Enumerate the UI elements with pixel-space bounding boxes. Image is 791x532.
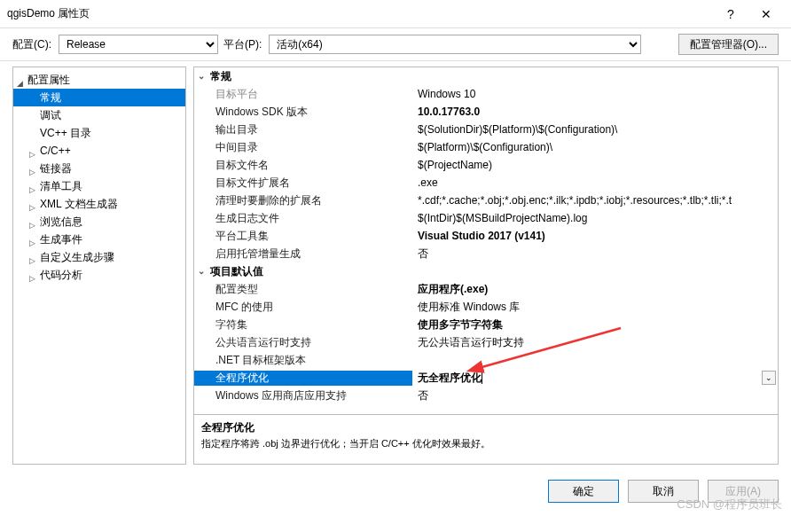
tree-item[interactable]: ▷C/C++ bbox=[13, 142, 185, 160]
property-key: 输出目录 bbox=[194, 122, 412, 137]
property-row[interactable]: Windows 应用商店应用支持否 bbox=[194, 387, 778, 404]
tree-item-label: C/C++ bbox=[40, 145, 71, 157]
help-button[interactable]: ? bbox=[713, 2, 748, 27]
apply-button[interactable]: 应用(A) bbox=[708, 480, 779, 503]
chevron-right-icon[interactable]: ▷ bbox=[29, 145, 38, 154]
chevron-down-icon[interactable]: ⌄ bbox=[198, 67, 210, 85]
property-value[interactable]: 否 bbox=[412, 388, 778, 403]
tree-item-label: 清单工具 bbox=[40, 180, 82, 192]
property-row[interactable]: 启用托管增量生成否 bbox=[194, 245, 778, 262]
property-row[interactable]: MFC 的使用使用标准 Windows 库 bbox=[194, 298, 778, 316]
config-label: 配置(C): bbox=[12, 37, 51, 52]
property-value[interactable]: $(SolutionDir)$(Platform)\$(Configuratio… bbox=[412, 123, 778, 136]
platform-label: 平台(P): bbox=[223, 37, 262, 52]
property-row[interactable]: 配置类型应用程序(.exe) bbox=[194, 280, 778, 298]
property-value[interactable]: 应用程序(.exe) bbox=[412, 282, 778, 297]
chevron-right-icon[interactable]: ▷ bbox=[29, 216, 38, 225]
chevron-right-icon[interactable]: ▷ bbox=[29, 270, 38, 278]
tree-item[interactable]: VC++ 目录 bbox=[13, 124, 185, 142]
property-key: 全程序优化 bbox=[194, 371, 412, 386]
tree-item-label: 浏览信息 bbox=[40, 215, 82, 228]
tree-item[interactable]: ▷清单工具 bbox=[13, 177, 185, 195]
property-key: Windows SDK 版本 bbox=[194, 105, 412, 120]
property-row[interactable]: 目标文件扩展名.exe bbox=[194, 174, 778, 192]
tree-item[interactable]: ▷生成事件 bbox=[13, 231, 185, 248]
property-row[interactable]: 清理时要删除的扩展名*.cdf;*.cache;*.obj;*.obj.enc;… bbox=[194, 192, 778, 209]
property-value[interactable]: $(IntDir)$(MSBuildProjectName).log bbox=[412, 212, 778, 224]
property-row[interactable]: 生成日志文件$(IntDir)$(MSBuildProjectName).log bbox=[194, 209, 778, 227]
close-button[interactable]: ✕ bbox=[748, 2, 784, 27]
chevron-down-icon[interactable]: ◢ bbox=[17, 74, 26, 83]
property-row[interactable]: 中间目录$(Platform)\$(Configuration)\ bbox=[194, 138, 778, 156]
property-key: 公共语言运行时支持 bbox=[194, 335, 412, 350]
property-row[interactable]: 字符集使用多字节字符集 bbox=[194, 316, 778, 333]
chevron-right-icon[interactable]: ▷ bbox=[29, 234, 38, 243]
property-row[interactable]: .NET 目标框架版本 bbox=[194, 351, 778, 369]
property-key: 字符集 bbox=[194, 317, 412, 332]
property-value[interactable]: *.cdf;*.cache;*.obj;*.obj.enc;*.ilk;*.ip… bbox=[412, 194, 778, 207]
window-title: qgisDemo 属性页 bbox=[7, 6, 713, 21]
tree-item-label: XML 文档生成器 bbox=[40, 198, 118, 210]
tree-root[interactable]: ◢ 配置属性 bbox=[13, 71, 185, 89]
tree-item[interactable]: 常规 bbox=[13, 89, 185, 106]
property-row[interactable]: 输出目录$(SolutionDir)$(Platform)\$(Configur… bbox=[194, 121, 778, 138]
property-value[interactable]: Visual Studio 2017 (v141) bbox=[412, 230, 778, 242]
property-row[interactable]: 全程序优化无全程序优化⌄ bbox=[194, 369, 778, 387]
property-value[interactable]: .exe bbox=[412, 176, 778, 189]
help-title: 全程序优化 bbox=[201, 420, 771, 435]
tree-item[interactable]: ▷XML 文档生成器 bbox=[13, 195, 185, 213]
tree-item[interactable]: ▷代码分析 bbox=[13, 266, 185, 284]
help-description: 指定程序将跨 .obj 边界进行优化；当开启 C/C++ 优化时效果最好。 bbox=[201, 437, 771, 450]
group-label: 项目默认值 bbox=[210, 262, 263, 280]
property-key: 启用托管增量生成 bbox=[194, 246, 412, 262]
property-group-header[interactable]: ⌄常规 bbox=[194, 67, 778, 85]
property-value[interactable]: 使用标准 Windows 库 bbox=[412, 300, 778, 315]
property-row[interactable]: 目标文件名$(ProjectName) bbox=[194, 156, 778, 174]
chevron-right-icon[interactable]: ▷ bbox=[29, 181, 38, 190]
property-value[interactable]: $(Platform)\$(Configuration)\ bbox=[412, 141, 778, 153]
property-value[interactable]: 无全程序优化 bbox=[412, 371, 778, 386]
property-key: 中间目录 bbox=[194, 140, 412, 155]
property-group-header[interactable]: ⌄项目默认值 bbox=[194, 262, 778, 280]
chevron-down-icon[interactable]: ⌄ bbox=[198, 262, 210, 280]
property-row[interactable]: 公共语言运行时支持无公共语言运行时支持 bbox=[194, 333, 778, 351]
platform-select[interactable]: 活动(x64) bbox=[269, 35, 641, 54]
property-value[interactable]: Windows 10 bbox=[412, 88, 778, 100]
tree-item[interactable]: 调试 bbox=[13, 106, 185, 124]
property-value[interactable]: 使用多字节字符集 bbox=[412, 317, 778, 332]
chevron-right-icon[interactable]: ▷ bbox=[29, 163, 38, 172]
tree-item[interactable]: ▷链接器 bbox=[13, 160, 185, 177]
property-key: 配置类型 bbox=[194, 282, 412, 297]
property-value[interactable]: $(ProjectName) bbox=[412, 159, 778, 171]
tree-item-label: 调试 bbox=[40, 109, 61, 121]
tree-item-label: 生成事件 bbox=[40, 233, 82, 246]
config-manager-button[interactable]: 配置管理器(O)... bbox=[678, 34, 779, 55]
chevron-right-icon[interactable]: ▷ bbox=[29, 252, 38, 261]
property-value[interactable]: 否 bbox=[412, 246, 778, 262]
help-panel: 全程序优化 指定程序将跨 .obj 边界进行优化；当开启 C/C++ 优化时效果… bbox=[193, 415, 779, 465]
nav-tree[interactable]: ◢ 配置属性 常规调试VC++ 目录▷C/C++▷链接器▷清单工具▷XML 文档… bbox=[12, 66, 186, 465]
dropdown-button[interactable]: ⌄ bbox=[762, 371, 776, 385]
property-value[interactable]: 10.0.17763.0 bbox=[412, 106, 778, 118]
config-select[interactable]: Release bbox=[59, 35, 218, 54]
chevron-right-icon[interactable]: ▷ bbox=[29, 199, 38, 207]
property-key: 平台工具集 bbox=[194, 229, 412, 244]
tree-item[interactable]: ▷浏览信息 bbox=[13, 213, 185, 231]
ok-button[interactable]: 确定 bbox=[548, 480, 619, 503]
property-value[interactable]: 无公共语言运行时支持 bbox=[412, 335, 778, 350]
property-row[interactable]: Windows SDK 版本10.0.17763.0 bbox=[194, 103, 778, 121]
property-key: .NET 目标框架版本 bbox=[194, 353, 412, 368]
property-grid[interactable]: ⌄常规目标平台Windows 10Windows SDK 版本10.0.1776… bbox=[193, 66, 779, 415]
property-row[interactable]: 目标平台Windows 10 bbox=[194, 85, 778, 103]
property-key: 目标平台 bbox=[194, 87, 412, 102]
property-key: 目标文件名 bbox=[194, 158, 412, 173]
property-key: MFC 的使用 bbox=[194, 300, 412, 315]
tree-item[interactable]: ▷自定义生成步骤 bbox=[13, 248, 185, 266]
tree-item-label: 链接器 bbox=[40, 162, 72, 175]
cancel-button[interactable]: 取消 bbox=[628, 480, 699, 503]
tree-item-label: 代码分析 bbox=[40, 269, 82, 281]
property-key: 生成日志文件 bbox=[194, 211, 412, 226]
group-label: 常规 bbox=[210, 67, 231, 85]
property-row[interactable]: 平台工具集Visual Studio 2017 (v141) bbox=[194, 227, 778, 245]
tree-item-label: 自定义生成步骤 bbox=[40, 251, 114, 263]
